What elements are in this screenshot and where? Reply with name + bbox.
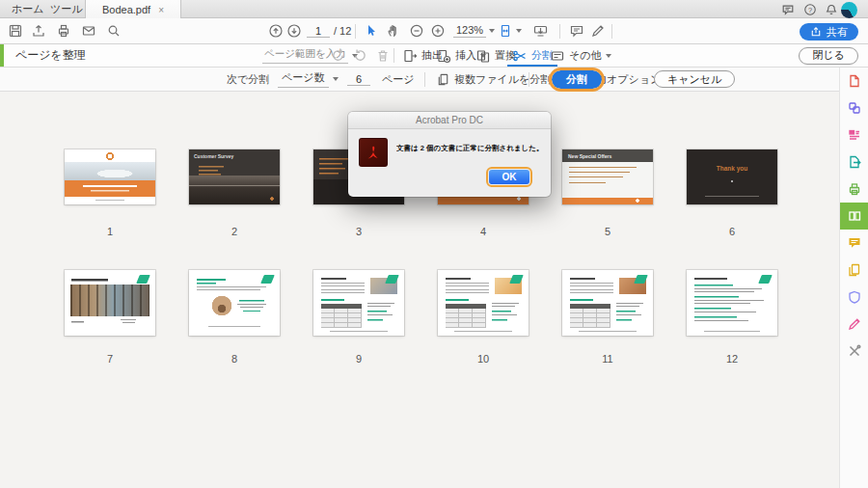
email-button[interactable] xyxy=(81,18,96,43)
page-thumbnail-9[interactable]: 9 xyxy=(313,270,404,365)
chevron-down-icon xyxy=(489,29,495,33)
page-number-label: 4 xyxy=(438,226,529,237)
zoom-in-button[interactable] xyxy=(430,18,446,43)
replace-button[interactable]: 置換 xyxy=(475,44,516,67)
draw-tool-button[interactable] xyxy=(590,18,606,43)
page-thumbnail-8[interactable]: 8 xyxy=(189,270,280,365)
zoom-out-button[interactable] xyxy=(409,18,424,43)
dialog-title: Acrobat Pro DC xyxy=(348,112,551,129)
more-tools[interactable] xyxy=(840,338,868,365)
page-number-label: 12 xyxy=(687,353,777,365)
avatar[interactable] xyxy=(841,2,857,18)
replace-icon xyxy=(475,48,491,64)
tab-home[interactable]: ホーム xyxy=(12,0,44,18)
more-options-icon xyxy=(550,48,565,64)
page-10-art xyxy=(438,270,529,336)
more-dropdown[interactable]: その他 xyxy=(550,44,611,67)
chevron-down-icon xyxy=(606,54,611,58)
page-up-button[interactable] xyxy=(268,18,284,43)
page-11-art xyxy=(562,270,653,336)
page-thumbnail-6[interactable]: Thank you6 xyxy=(687,149,777,237)
fill-sign-icon xyxy=(847,316,862,332)
zoom-level-dropdown[interactable]: 123% xyxy=(453,18,495,43)
page-number-label: 10 xyxy=(438,353,529,365)
page-thumbnail-5[interactable]: New Special Offers5 xyxy=(562,149,653,237)
insert-icon xyxy=(436,48,451,64)
tab-bar: ホーム ツール Bodea.pdf× ? xyxy=(0,0,868,18)
combine-files-tool[interactable] xyxy=(840,95,868,122)
close-tool-button[interactable]: 閉じる xyxy=(799,47,858,65)
page-number-input[interactable] xyxy=(307,25,330,38)
split-confirmation-dialog: Acrobat Pro DC 文書は 2 個の文書に正常に分割されました。 OK xyxy=(348,112,551,197)
page-count-input[interactable] xyxy=(347,73,370,86)
page-number-label: 5 xyxy=(562,226,653,237)
organize-pages-bar: ページを整理 ページ範囲を入力 抽出 挿入 置換 分割 その他 閉じる xyxy=(0,44,868,68)
rotate-left-button[interactable] xyxy=(330,44,346,67)
toolbar-divider xyxy=(355,24,356,39)
edit-pdf-icon xyxy=(847,127,862,143)
delete-pages-button[interactable] xyxy=(375,44,391,67)
acrobat-app-icon xyxy=(359,138,388,167)
page-fit-dropdown[interactable] xyxy=(498,18,522,43)
dialog-message: 文書は 2 個の文書に正常に分割されました。 xyxy=(396,144,545,153)
page-thumbnail-1[interactable]: 1 xyxy=(65,149,155,237)
tab-tools[interactable]: ツール xyxy=(50,0,83,18)
page-thumbnail-7[interactable]: 7 xyxy=(65,270,155,365)
help-icon[interactable]: ? xyxy=(803,3,817,16)
cancel-button[interactable]: キャンセル xyxy=(654,70,735,88)
page-number-label: 7 xyxy=(65,353,155,365)
toolbar-divider xyxy=(559,24,560,39)
split-by-label: 次で分割 xyxy=(227,68,269,91)
save-button[interactable] xyxy=(8,18,23,43)
export-pdf-tool[interactable] xyxy=(840,149,868,176)
page-7-art xyxy=(65,270,155,336)
page-down-button[interactable] xyxy=(286,18,302,43)
page-thumbnail-12[interactable]: 12 xyxy=(687,270,777,365)
ok-button[interactable]: OK xyxy=(489,170,529,184)
rotate-right-button[interactable] xyxy=(352,44,368,67)
create-pdf-icon xyxy=(847,73,862,89)
split-tool-tab[interactable]: 分割 xyxy=(512,44,553,67)
edit-pdf-tool[interactable] xyxy=(840,122,868,149)
print-button[interactable] xyxy=(56,18,71,43)
page-9-art xyxy=(313,270,404,336)
organize-pages-tool[interactable] xyxy=(840,203,868,230)
scrolling-mode-button[interactable] xyxy=(532,18,549,43)
split-mode-dropdown[interactable]: ページ数 xyxy=(278,68,339,91)
protect-tool[interactable] xyxy=(840,284,868,311)
page-number-label: 8 xyxy=(189,353,280,365)
duplicate-pages-tool[interactable] xyxy=(840,257,868,284)
page-number-label: 6 xyxy=(687,226,777,237)
split-confirm-button[interactable]: 分割 xyxy=(552,70,602,89)
notifications-comment-icon[interactable] xyxy=(781,3,795,16)
page-number-label: 1 xyxy=(65,226,155,237)
page-12-art xyxy=(687,270,777,336)
scan-ocr-tool[interactable] xyxy=(840,176,868,203)
page-thumbnail-10[interactable]: 10 xyxy=(438,270,529,365)
split-options-bar: 次で分割 ページ数 ページ 複数ファイルを分割 出力オプション 分割 キャンセル xyxy=(0,68,839,92)
scan-ocr-icon xyxy=(847,181,862,197)
toolbar-divider xyxy=(393,48,394,63)
fill-sign-tool[interactable] xyxy=(840,311,868,338)
share-file-icon-button[interactable] xyxy=(31,18,46,43)
comment-tool[interactable] xyxy=(840,230,868,257)
split-multiple-files-button[interactable]: 複数ファイルを分割 xyxy=(436,68,551,91)
hand-tool-button[interactable] xyxy=(386,18,401,43)
bell-icon[interactable] xyxy=(825,3,838,16)
page-count-label: / 12 xyxy=(334,18,351,43)
combine-files-icon xyxy=(847,100,862,116)
page-2-art: Customer Survey xyxy=(189,149,280,204)
page-thumbnail-11[interactable]: 11 xyxy=(562,270,653,365)
share-button[interactable]: 共有 xyxy=(800,23,858,41)
more-tools-icon xyxy=(847,343,862,359)
toolbar-divider xyxy=(611,24,612,39)
select-tool-button[interactable] xyxy=(363,18,378,43)
multiple-files-icon xyxy=(436,72,450,87)
organize-pages-icon xyxy=(847,208,862,224)
close-tab-icon[interactable]: × xyxy=(158,5,164,15)
comment-panel-button[interactable] xyxy=(569,18,584,43)
page-thumbnail-2[interactable]: Customer Survey2 xyxy=(189,149,280,237)
search-icon[interactable] xyxy=(106,18,122,43)
create-pdf-tool[interactable] xyxy=(840,68,868,95)
tab-document[interactable]: Bodea.pdf× xyxy=(85,0,181,19)
